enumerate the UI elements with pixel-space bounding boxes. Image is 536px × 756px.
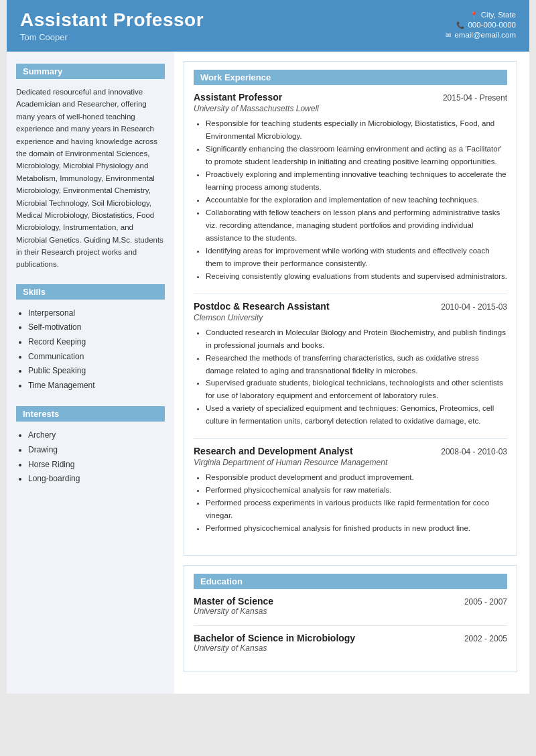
candidate-name: Tom Cooper	[20, 32, 204, 42]
interests-header: Interests	[16, 406, 165, 422]
bullet: Researched the methods of transferring c…	[206, 352, 507, 377]
job-3-org: Virginia Department of Human Resource Ma…	[194, 458, 507, 467]
bullet: Performed process experiments in various…	[206, 497, 507, 522]
bullet: Performed physicochemical analysis for r…	[206, 484, 507, 497]
bullet: Supervised graduate students, biological…	[206, 377, 507, 402]
job-2-org: Clemson University	[194, 313, 507, 322]
bullet: Identifying areas for improvement while …	[206, 245, 507, 270]
bullet: Conducted research in Molecular Biology …	[206, 326, 507, 352]
bullet: Used a variety of specialized equipment …	[206, 402, 507, 428]
location-text: City, State	[481, 11, 516, 19]
right-column: Work Experience Assistant Professor 2015…	[174, 52, 529, 694]
bullet: Responsible product development and prod…	[206, 471, 507, 484]
edu-1-header-row: Master of Science 2005 - 2007	[194, 596, 507, 607]
location-row: 📍 City, State	[446, 11, 516, 19]
job-1-bullets: Responsible for teaching students especi…	[194, 117, 507, 283]
summary-text: Dedicated resourceful and innovative Aca…	[16, 86, 165, 271]
header-contact: 📍 City, State 📞 000-000-0000 ✉ email@ema…	[446, 11, 516, 41]
bullet: Performed physicochemical analysis for f…	[206, 522, 507, 535]
job-3-title: Research and Development Analyst	[194, 446, 353, 456]
edu-1-dates: 2005 - 2007	[464, 597, 507, 607]
edu-2-degree: Bachelor of Science in Microbiology	[194, 633, 355, 643]
work-experience-section: Work Experience Assistant Professor 2015…	[184, 61, 517, 556]
divider-2	[194, 438, 507, 439]
job-3-bullets: Responsible product development and prod…	[194, 471, 507, 535]
skill-item: Communication	[28, 350, 165, 365]
bullet: Collaborating with fellow teachers on le…	[206, 206, 507, 245]
phone-icon: 📞	[456, 21, 464, 29]
job-1-title: Assistant Professor	[194, 92, 282, 103]
job-2-bullets: Conducted research in Molecular Biology …	[194, 326, 507, 428]
job-2-dates: 2010-04 - 2015-03	[441, 302, 507, 312]
education-header: Education	[194, 574, 507, 589]
skill-item: Interpersonal	[28, 306, 165, 321]
interests-section: Interests Archery Drawing Horse Riding L…	[16, 406, 165, 486]
interest-item: Drawing	[28, 443, 165, 458]
job-1: Assistant Professor 2015-04 - Present Un…	[194, 92, 507, 283]
edu-1-org: University of Kansas	[194, 607, 507, 616]
left-column: Summary Dedicated resourceful and innova…	[7, 52, 174, 694]
job-title-header: Assistant Professor	[20, 9, 204, 31]
job-3-header-row: Research and Development Analyst 2008-04…	[194, 446, 507, 456]
location-icon: 📍	[470, 11, 478, 19]
job-2: Postdoc & Research Assistant 2010-04 - 2…	[194, 301, 507, 428]
skills-list: Interpersonal Self-motivation Record Kee…	[16, 306, 165, 393]
header-left: Assistant Professor Tom Cooper	[20, 9, 204, 42]
bullet: Accountable for the exploration and impl…	[206, 194, 507, 206]
email-text: email@email.com	[454, 31, 516, 39]
skills-header: Skills	[16, 284, 165, 300]
bullet: Proactively exploring and implementing i…	[206, 168, 507, 194]
bullet: Responsible for teaching students especi…	[206, 117, 507, 143]
divider-1	[194, 294, 507, 294]
bullet: Receiving consistently glowing evaluatio…	[206, 270, 507, 283]
edu-2: Bachelor of Science in Microbiology 2002…	[194, 633, 507, 653]
skill-item: Public Speaking	[28, 364, 165, 379]
job-2-title: Postdoc & Research Assistant	[194, 301, 330, 312]
divider-edu	[194, 625, 507, 626]
education-section: Education Master of Science 2005 - 2007 …	[184, 565, 517, 672]
interest-item: Long-boarding	[28, 472, 165, 487]
skills-section: Skills Interpersonal Self-motivation Rec…	[16, 284, 165, 393]
header: Assistant Professor Tom Cooper 📍 City, S…	[7, 0, 529, 52]
interest-item: Archery	[28, 428, 165, 443]
email-icon: ✉	[446, 32, 451, 39]
edu-1-degree: Master of Science	[194, 596, 273, 607]
work-experience-header: Work Experience	[194, 70, 507, 85]
edu-2-header-row: Bachelor of Science in Microbiology 2002…	[194, 633, 507, 643]
skill-item: Self-motivation	[28, 320, 165, 335]
interests-list: Archery Drawing Horse Riding Long-boardi…	[16, 428, 165, 486]
summary-header: Summary	[16, 64, 165, 79]
edu-2-dates: 2002 - 2005	[464, 634, 507, 643]
edu-1: Master of Science 2005 - 2007 University…	[194, 596, 507, 616]
job-1-header-row: Assistant Professor 2015-04 - Present	[194, 92, 507, 103]
summary-section: Summary Dedicated resourceful and innova…	[16, 64, 165, 271]
job-3: Research and Development Analyst 2008-04…	[194, 446, 507, 535]
phone-text: 000-000-0000	[468, 21, 516, 29]
body: Summary Dedicated resourceful and innova…	[7, 52, 529, 694]
skill-item: Record Keeping	[28, 335, 165, 350]
skill-item: Time Management	[28, 379, 165, 393]
interest-item: Horse Riding	[28, 458, 165, 472]
job-3-dates: 2008-04 - 2010-03	[441, 447, 507, 456]
job-2-header-row: Postdoc & Research Assistant 2010-04 - 2…	[194, 301, 507, 312]
email-row: ✉ email@email.com	[446, 31, 516, 39]
job-1-org: University of Massachusetts Lowell	[194, 104, 507, 113]
edu-2-org: University of Kansas	[194, 643, 507, 653]
bullet: Significantly enhancing the classroom le…	[206, 143, 507, 168]
job-1-dates: 2015-04 - Present	[443, 93, 507, 103]
phone-row: 📞 000-000-0000	[446, 21, 516, 29]
